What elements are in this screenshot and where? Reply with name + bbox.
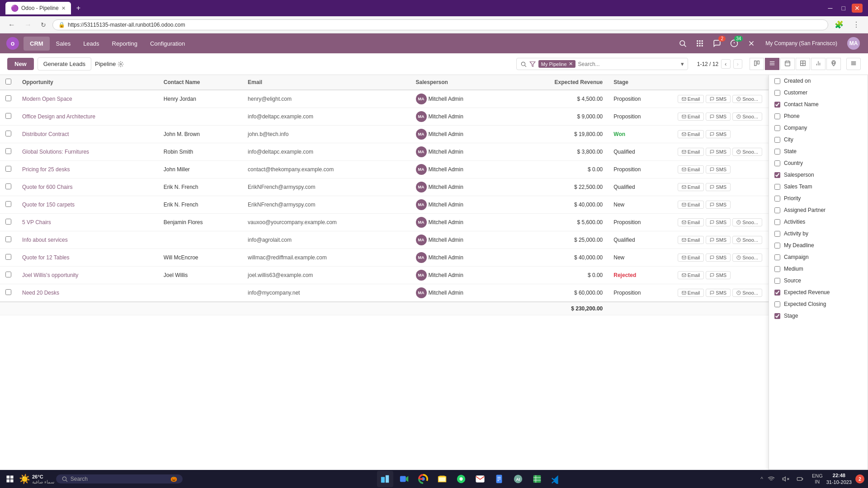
email-action-button[interactable]: Email (678, 201, 704, 209)
taskbar-gmail-icon[interactable] (472, 471, 488, 487)
table-row[interactable]: Global Solutions: Furnitures Robin Smith… (0, 143, 769, 161)
column-option-checkbox[interactable] (774, 290, 780, 296)
column-option-checkbox[interactable] (774, 196, 780, 202)
menu-configuration[interactable]: Configuration (144, 37, 191, 51)
taskbar-search-bar[interactable]: Search 🎃 (56, 474, 183, 483)
email-cell[interactable]: info@deltapc.example.com (242, 143, 410, 161)
pivot-view-button[interactable] (796, 58, 810, 70)
taskbar-vscode-icon[interactable] (548, 471, 564, 487)
taskbar-docs-icon[interactable] (491, 471, 507, 487)
row-checkbox[interactable] (5, 254, 11, 260)
network-icon[interactable] (765, 473, 778, 485)
row-checkbox-cell[interactable] (0, 267, 17, 284)
col-header-email[interactable]: Email (242, 75, 410, 90)
select-all-checkbox[interactable] (5, 79, 11, 84)
row-checkbox-cell[interactable] (0, 108, 17, 126)
new-button[interactable]: New (7, 58, 34, 70)
calendar-view-button[interactable] (780, 58, 795, 70)
table-row[interactable]: Quote for 150 carpets Erik N. French Eri… (0, 196, 769, 214)
row-checkbox[interactable] (5, 113, 11, 119)
table-row[interactable]: Modern Open Space Henry Jordan henry@eli… (0, 90, 769, 108)
email-cell[interactable]: contact@thekompany.example.com (242, 161, 410, 178)
forward-button[interactable]: → (22, 20, 34, 30)
generate-leads-button[interactable]: Generate Leads (38, 57, 91, 70)
email-cell[interactable]: ErikNFrench@armyspy.com (242, 196, 410, 214)
column-option-checkbox[interactable] (774, 102, 780, 108)
column-option-checkbox[interactable] (774, 90, 780, 96)
graph-view-button[interactable] (811, 58, 826, 70)
table-row[interactable]: Pricing for 25 desks John Miller contact… (0, 161, 769, 178)
taskbar-explorer-icon[interactable] (377, 471, 393, 487)
column-option-item[interactable]: Source (769, 275, 868, 286)
sms-action-button[interactable]: SMS (706, 113, 731, 121)
menu-reporting[interactable]: Reporting (106, 37, 144, 51)
volume-muted-icon[interactable] (779, 473, 792, 485)
column-option-checkbox[interactable] (774, 313, 780, 319)
close-session-icon-btn[interactable] (745, 38, 758, 49)
search-dropdown-button[interactable]: ▾ (681, 61, 684, 67)
apps-icon-btn[interactable] (693, 38, 707, 49)
email-cell[interactable]: info@mycompany.net (242, 284, 410, 302)
col-header-revenue[interactable]: Expected Revenue (509, 75, 608, 90)
odoo-logo[interactable]: o (5, 36, 20, 51)
column-option-checkbox[interactable] (774, 137, 780, 143)
column-option-checkbox[interactable] (774, 219, 780, 225)
extensions-button[interactable]: 🧩 (832, 19, 846, 30)
row-checkbox-cell[interactable] (0, 126, 17, 143)
row-checkbox-cell[interactable] (0, 214, 17, 231)
snooze-action-button[interactable]: Snoo... (732, 95, 762, 103)
column-option-checkbox[interactable] (774, 243, 780, 249)
column-option-checkbox[interactable] (774, 184, 780, 190)
table-row[interactable]: Info about services info@agrolait.com MA… (0, 231, 769, 249)
opportunity-cell[interactable]: Need 20 Desks (17, 284, 158, 302)
opportunity-cell[interactable]: Info about services (17, 231, 158, 249)
column-option-item[interactable]: Phone (769, 110, 868, 122)
sms-action-button[interactable]: SMS (706, 201, 731, 209)
reload-button[interactable]: ↻ (38, 20, 49, 29)
start-button[interactable] (4, 473, 16, 485)
sms-action-button[interactable]: SMS (706, 183, 731, 191)
back-button[interactable]: ← (5, 20, 18, 30)
column-option-item[interactable]: Country (769, 157, 868, 169)
close-tab-icon[interactable]: ✕ (61, 5, 66, 11)
column-option-item[interactable]: City (769, 134, 868, 145)
column-option-item[interactable]: Activities (769, 216, 868, 228)
row-checkbox-cell[interactable] (0, 249, 17, 267)
remove-filter-icon[interactable]: ✕ (569, 61, 573, 67)
email-action-button[interactable]: Email (678, 183, 704, 191)
company-label[interactable]: My Company (San Francisco) (762, 38, 841, 48)
email-action-button[interactable]: Email (678, 289, 704, 297)
sms-action-button[interactable]: SMS (706, 130, 731, 138)
snooze-action-button[interactable]: Snoo... (732, 253, 762, 262)
email-cell[interactable]: ErikNFrench@armyspy.com (242, 178, 410, 196)
column-option-checkbox[interactable] (774, 278, 780, 284)
taskbar-whatsapp-icon[interactable] (453, 471, 469, 487)
menu-crm[interactable]: CRM (24, 37, 50, 51)
taskbar-chatgpt-icon[interactable]: AI (510, 471, 526, 487)
column-option-item[interactable]: Activity by (769, 228, 868, 239)
sms-action-button[interactable]: SMS (706, 165, 731, 174)
prev-page-button[interactable]: ‹ (721, 59, 730, 69)
snooze-action-button[interactable]: Snoo... (732, 236, 762, 244)
row-checkbox-cell[interactable] (0, 90, 17, 108)
column-option-checkbox[interactable] (774, 125, 780, 131)
opportunity-cell[interactable]: Global Solutions: Furnitures (17, 143, 158, 161)
address-bar[interactable]: 🔒 https://53115135-master-all.runbot106.… (52, 19, 828, 30)
opportunity-cell[interactable]: Joel Willis's opportunity (17, 267, 158, 284)
table-row[interactable]: Need 20 Desks info@mycompany.net MA Mitc… (0, 284, 769, 302)
menu-dots-button[interactable]: ⋮ (850, 19, 863, 30)
column-option-checkbox[interactable] (774, 149, 780, 155)
opportunity-cell[interactable]: Pricing for 25 desks (17, 161, 158, 178)
row-checkbox[interactable] (5, 201, 11, 207)
email-cell[interactable]: willmac@rediffmail.example.com (242, 249, 410, 267)
email-action-button[interactable]: Email (678, 130, 704, 138)
weather-widget[interactable]: ☀️ 26°C سماء صافية (19, 474, 54, 484)
row-checkbox[interactable] (5, 95, 11, 101)
email-action-button[interactable]: Email (678, 148, 704, 156)
column-option-checkbox[interactable] (774, 207, 780, 213)
row-checkbox[interactable] (5, 148, 11, 154)
opportunity-cell[interactable]: Modern Open Space (17, 90, 158, 108)
column-option-checkbox[interactable] (774, 266, 780, 272)
settings-toggle-button[interactable] (846, 58, 861, 70)
table-row[interactable]: 5 VP Chairs Benjamin Flores vauxoo@yourc… (0, 214, 769, 231)
